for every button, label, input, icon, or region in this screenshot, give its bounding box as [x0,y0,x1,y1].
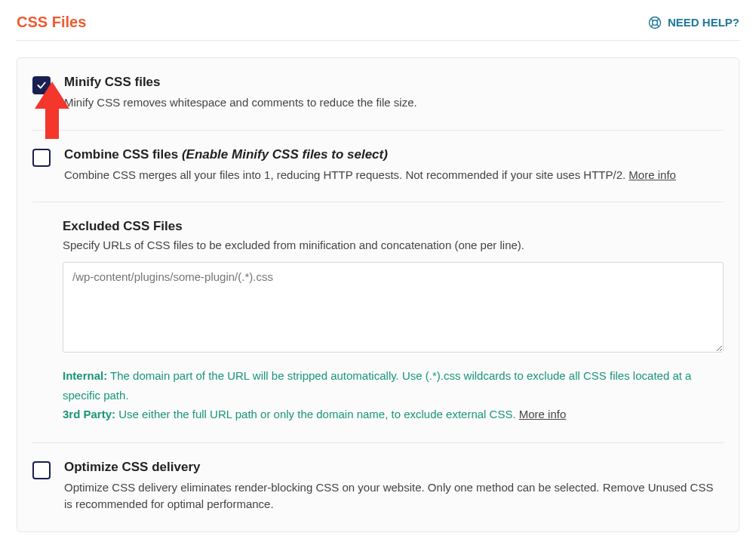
svg-line-3 [656,24,659,26]
excluded-internal-line: Internal: The domain part of the URL wil… [63,366,724,405]
optimize-css-title: Optimize CSS delivery [64,460,724,475]
optimize-css-body: Optimize CSS delivery Optimize CSS deliv… [64,460,724,513]
excluded-more-info-link[interactable]: More info [519,408,567,420]
svg-line-5 [651,24,653,26]
optimize-css-checkbox[interactable] [32,461,51,479]
need-help-label: NEED HELP? [668,16,739,29]
third-party-text: Use either the full URL path or only the… [115,408,519,420]
combine-css-title-base: Combine CSS files [64,147,182,162]
svg-line-4 [656,18,659,20]
optimize-css-option: Optimize CSS delivery Optimize CSS deliv… [17,443,739,531]
excluded-css-block: Excluded CSS Files Specify URLs of CSS f… [17,202,739,442]
excluded-css-info: Internal: The domain part of the URL wil… [63,366,724,424]
excluded-css-textarea[interactable] [63,262,724,353]
optimize-css-desc: Optimize CSS delivery eliminates render-… [64,479,724,513]
combine-css-title: Combine CSS files (Enable Minify CSS fil… [64,147,724,162]
lifebuoy-icon [647,15,662,30]
combine-css-body: Combine CSS files (Enable Minify CSS fil… [64,147,724,184]
combine-css-checkbox[interactable] [32,149,51,167]
minify-css-body: Minify CSS files Minify CSS removes whit… [64,75,724,112]
svg-line-2 [651,18,653,20]
third-party-label: 3rd Party: [63,408,115,420]
minify-css-desc: Minify CSS removes whitespace and commen… [64,94,724,112]
svg-point-1 [653,20,658,25]
need-help-link[interactable]: NEED HELP? [647,15,739,30]
excluded-css-desc: Specify URLs of CSS files to be excluded… [63,239,724,251]
combine-css-desc: Combine CSS merges all your files into 1… [64,167,724,184]
combine-more-info-link[interactable]: More info [628,168,676,181]
check-icon [36,80,47,91]
page-header: CSS Files NEED HELP? [17,14,739,41]
page-title: CSS Files [17,14,86,31]
settings-panel: Minify CSS files Minify CSS removes whit… [17,57,739,532]
internal-text: The domain part of the URL will be strip… [63,369,691,402]
minify-css-checkbox[interactable] [32,76,51,94]
minify-css-option: Minify CSS files Minify CSS removes whit… [17,58,739,130]
minify-css-title: Minify CSS files [64,75,724,90]
excluded-third-party-line: 3rd Party: Use either the full URL path … [63,405,724,424]
internal-label: Internal: [63,369,107,382]
combine-css-desc-text: Combine CSS merges all your files into 1… [64,168,628,181]
combine-css-option: Combine CSS files (Enable Minify CSS fil… [17,131,739,202]
combine-css-title-hint: (Enable Minify CSS files to select) [182,147,388,162]
excluded-css-heading: Excluded CSS Files [63,219,724,234]
